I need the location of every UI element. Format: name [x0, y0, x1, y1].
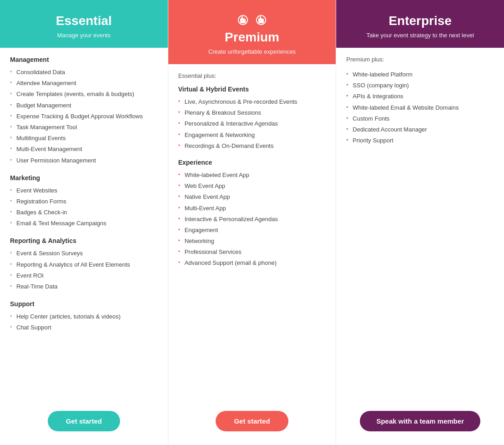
list-item: Reporting & Analytics of All Event Eleme…	[10, 259, 158, 270]
list-item: Recordings & On-Demand Events	[178, 141, 326, 152]
essential-title: Essential	[9, 14, 159, 28]
list-item: Advanced Support (email & phone)	[178, 258, 326, 268]
list-item: Event Websites	[10, 185, 158, 196]
hands-icon	[234, 14, 270, 26]
list-item: White-labeled Email & Website Domains	[346, 102, 494, 113]
essential-management-list: Consolidated Data Attendee Management Cr…	[10, 67, 158, 166]
essential-body: Management Consolidated Data Attendee Ma…	[0, 48, 168, 403]
list-item: Multi-Event Management	[10, 144, 158, 155]
premium-virtual-label: Virtual & Hybrid Events	[178, 86, 326, 93]
premium-column: Premium Create unforgettable experiences…	[168, 0, 337, 445]
list-item: Badges & Check-in	[10, 207, 158, 218]
essential-reporting-list: Event & Session Surveys Reporting & Anal…	[10, 248, 158, 292]
essential-subtitle: Manage your events	[9, 32, 159, 39]
premium-subtitle: Create unforgettable experiences	[177, 48, 327, 55]
pricing-container: Essential Manage your events Management …	[0, 0, 504, 445]
enterprise-cta-area: Speak with a team member	[336, 403, 504, 445]
list-item: Event & Session Surveys	[10, 248, 158, 259]
list-item: Budget Management	[10, 100, 158, 111]
list-item: User Permission Management	[10, 155, 158, 166]
list-item: White-labeled Platform	[346, 69, 494, 80]
list-item: Native Event App	[178, 192, 326, 202]
list-item: Professional Services	[178, 247, 326, 258]
essential-marketing-list: Event Websites Registration Forms Badges…	[10, 185, 158, 229]
list-item: Multilingual Events	[10, 133, 158, 144]
list-item: SSO (company login)	[346, 80, 494, 91]
list-item: Networking	[178, 236, 326, 247]
list-item: Task Management Tool	[10, 122, 158, 133]
enterprise-features-list: White-labeled Platform SSO (company logi…	[346, 69, 494, 146]
list-item: Web Event App	[178, 181, 326, 192]
enterprise-plus-label: Premium plus:	[346, 56, 494, 63]
enterprise-subtitle: Take your event strategy to the next lev…	[345, 32, 495, 39]
list-item: Real-Time Data	[10, 281, 158, 292]
list-item: Personalized & Interactive Agendas	[178, 118, 326, 129]
enterprise-title: Enterprise	[345, 14, 495, 28]
list-item: APIs & Integrations	[346, 91, 494, 102]
list-item: White-labeled Event App	[178, 170, 326, 181]
svg-rect-7	[260, 16, 261, 21]
svg-rect-11	[258, 21, 264, 23]
list-item: Attendee Management	[10, 78, 158, 89]
premium-title: Premium	[177, 30, 327, 45]
list-item: Engagement & Networking	[178, 130, 326, 141]
premium-decoration	[177, 14, 327, 26]
premium-header: Premium Create unforgettable experiences	[168, 0, 336, 64]
premium-cta-button[interactable]: Get started	[216, 411, 288, 431]
premium-virtual-list: Live, Asynchronous & Pre-recorded Events…	[178, 96, 326, 152]
essential-reporting-label: Reporting & Analytics	[10, 237, 158, 244]
list-item: Create Templates (events, emails & budge…	[10, 89, 158, 100]
essential-header: Essential Manage your events	[0, 0, 168, 48]
enterprise-body: Premium plus: White-labeled Platform SSO…	[336, 48, 504, 403]
premium-body: Essential plus: Virtual & Hybrid Events …	[168, 64, 336, 403]
premium-plus-label: Essential plus:	[178, 72, 326, 79]
list-item: Registration Forms	[10, 196, 158, 207]
list-item: Consolidated Data	[10, 67, 158, 78]
list-item: Custom Fonts	[346, 113, 494, 124]
essential-marketing-label: Marketing	[10, 174, 158, 182]
essential-cta-area: Get started	[0, 403, 168, 445]
svg-rect-1	[242, 16, 243, 21]
essential-support-label: Support	[10, 300, 158, 308]
enterprise-column: Enterprise Take your event strategy to t…	[336, 0, 504, 445]
premium-experience-label: Experience	[178, 159, 326, 166]
premium-cta-area: Get started	[168, 403, 336, 445]
list-item: Event ROI	[10, 270, 158, 281]
essential-support-list: Help Center (articles, tutorials & video…	[10, 311, 158, 333]
list-item: Interactive & Personalized Agendas	[178, 214, 326, 225]
list-item: Engagement	[178, 225, 326, 236]
list-item: Live, Asynchronous & Pre-recorded Events	[178, 96, 326, 107]
list-item: Priority Support	[346, 135, 494, 146]
essential-column: Essential Manage your events Management …	[0, 0, 168, 445]
essential-cta-button[interactable]: Get started	[48, 411, 120, 431]
list-item: Plenary & Breakout Sessions	[178, 107, 326, 118]
list-item: Expense Tracking & Budget Approval Workf…	[10, 111, 158, 122]
essential-management-label: Management	[10, 56, 158, 63]
svg-rect-5	[240, 21, 246, 23]
premium-experience-list: White-labeled Event App Web Event App Na…	[178, 170, 326, 269]
enterprise-header: Enterprise Take your event strategy to t…	[336, 0, 504, 48]
list-item: Help Center (articles, tutorials & video…	[10, 311, 158, 322]
list-item: Email & Text Message Campaigns	[10, 218, 158, 229]
enterprise-cta-button[interactable]: Speak with a team member	[360, 411, 480, 431]
list-item: Multi-Event App	[178, 203, 326, 214]
list-item: Chat Support	[10, 322, 158, 333]
list-item: Dedicated Account Manager	[346, 124, 494, 135]
